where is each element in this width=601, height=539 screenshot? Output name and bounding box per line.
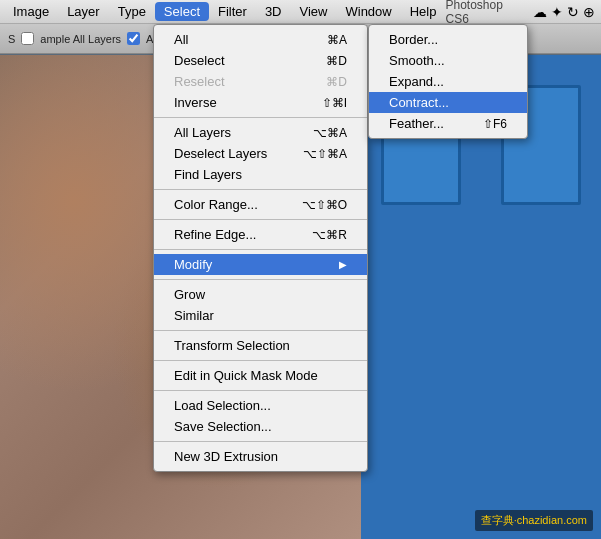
- menu-item-color-range[interactable]: Color Range... ⌥⇧⌘O: [154, 194, 367, 215]
- sample-all-layers-text: ample All Layers: [40, 33, 121, 45]
- menu-item-new-3d-extrusion[interactable]: New 3D Extrusion: [154, 446, 367, 467]
- separator-2: [154, 189, 367, 190]
- submenu-item-feather[interactable]: Feather... ⇧F6: [369, 113, 527, 134]
- menu-type[interactable]: Type: [109, 2, 155, 21]
- submenu-item-feather-label: Feather...: [389, 116, 444, 131]
- menu-item-load-selection[interactable]: Load Selection...: [154, 395, 367, 416]
- menu-window[interactable]: Window: [336, 2, 400, 21]
- menu-item-refine-edge-label: Refine Edge...: [174, 227, 256, 242]
- menu-item-inverse[interactable]: Inverse ⇧⌘I: [154, 92, 367, 113]
- menu-item-grow-label: Grow: [174, 287, 205, 302]
- submenu-item-contract-label: Contract...: [389, 95, 449, 110]
- menu-item-transform-selection-label: Transform Selection: [174, 338, 290, 353]
- auto-enhance-checkbox[interactable]: [127, 32, 140, 45]
- toolbar-sample-label: S: [8, 33, 15, 45]
- menu-item-similar-label: Similar: [174, 308, 214, 323]
- menu-item-modify-label: Modify: [174, 257, 212, 272]
- menu-item-inverse-label: Inverse: [174, 95, 217, 110]
- menu-filter[interactable]: Filter: [209, 2, 256, 21]
- menu-item-deselect[interactable]: Deselect ⌘D: [154, 50, 367, 71]
- menu-3d[interactable]: 3D: [256, 2, 291, 21]
- menu-item-similar[interactable]: Similar: [154, 305, 367, 326]
- menu-item-reselect-label: Reselect: [174, 74, 225, 89]
- menu-item-edit-quick-mask[interactable]: Edit in Quick Mask Mode: [154, 365, 367, 386]
- submenu-item-expand-label: Expand...: [389, 74, 444, 89]
- menu-layer[interactable]: Layer: [58, 2, 109, 21]
- menu-select[interactable]: Select: [155, 2, 209, 21]
- menu-item-deselect-layers-shortcut: ⌥⇧⌘A: [303, 147, 347, 161]
- star-icon: ✦: [551, 4, 563, 20]
- menu-view[interactable]: View: [291, 2, 337, 21]
- submenu-item-contract[interactable]: Contract...: [369, 92, 527, 113]
- menu-item-deselect-shortcut: ⌘D: [326, 54, 347, 68]
- separator-1: [154, 117, 367, 118]
- separator-9: [154, 441, 367, 442]
- menu-item-find-layers-label: Find Layers: [174, 167, 242, 182]
- menu-item-inverse-shortcut: ⇧⌘I: [322, 96, 347, 110]
- menu-image[interactable]: Image: [4, 2, 58, 21]
- separator-7: [154, 360, 367, 361]
- share-icon: ⊕: [583, 4, 595, 20]
- menu-item-grow[interactable]: Grow: [154, 284, 367, 305]
- modify-submenu: Border... Smooth... Expand... Contract..…: [368, 24, 528, 139]
- menu-item-edit-quick-mask-label: Edit in Quick Mask Mode: [174, 368, 318, 383]
- menu-item-reselect-shortcut: ⌘D: [326, 75, 347, 89]
- menu-item-save-selection-label: Save Selection...: [174, 419, 272, 434]
- menu-item-modify[interactable]: Modify ▶: [154, 254, 367, 275]
- cloud-icon: ☁: [533, 4, 547, 20]
- select-menu: All ⌘A Deselect ⌘D Reselect ⌘D Inverse ⇧…: [153, 24, 368, 472]
- separator-5: [154, 279, 367, 280]
- menubar: Image Layer Type Select Filter 3D View W…: [0, 0, 601, 24]
- menu-item-all[interactable]: All ⌘A: [154, 29, 367, 50]
- menu-item-refine-edge-shortcut: ⌥⌘R: [312, 228, 347, 242]
- menu-help[interactable]: Help: [401, 2, 446, 21]
- menu-item-load-selection-label: Load Selection...: [174, 398, 271, 413]
- menu-item-deselect-label: Deselect: [174, 53, 225, 68]
- menu-item-all-layers-label: All Layers: [174, 125, 231, 140]
- menu-item-find-layers[interactable]: Find Layers: [154, 164, 367, 185]
- separator-6: [154, 330, 367, 331]
- menu-item-new-3d-extrusion-label: New 3D Extrusion: [174, 449, 278, 464]
- submenu-arrow-icon: ▶: [339, 259, 347, 270]
- menu-item-save-selection[interactable]: Save Selection...: [154, 416, 367, 437]
- submenu-item-expand[interactable]: Expand...: [369, 71, 527, 92]
- submenu-item-smooth[interactable]: Smooth...: [369, 50, 527, 71]
- menu-item-deselect-layers[interactable]: Deselect Layers ⌥⇧⌘A: [154, 143, 367, 164]
- menu-item-all-shortcut: ⌘A: [327, 33, 347, 47]
- submenu-item-border-label: Border...: [389, 32, 438, 47]
- separator-8: [154, 390, 367, 391]
- sync-icon: ↻: [567, 4, 579, 20]
- menu-item-all-layers[interactable]: All Layers ⌥⌘A: [154, 122, 367, 143]
- separator-4: [154, 249, 367, 250]
- menu-item-refine-edge[interactable]: Refine Edge... ⌥⌘R: [154, 224, 367, 245]
- watermark: 查字典·chazidian.com: [475, 510, 593, 531]
- menu-item-all-layers-shortcut: ⌥⌘A: [313, 126, 347, 140]
- sample-all-layers-checkbox[interactable]: [21, 32, 34, 45]
- menu-item-reselect: Reselect ⌘D: [154, 71, 367, 92]
- menu-item-all-label: All: [174, 32, 188, 47]
- menu-item-color-range-shortcut: ⌥⇧⌘O: [302, 198, 347, 212]
- submenu-item-feather-shortcut: ⇧F6: [483, 117, 507, 131]
- app-title: Photoshop CS6: [445, 0, 523, 26]
- menu-item-transform-selection[interactable]: Transform Selection: [154, 335, 367, 356]
- separator-3: [154, 219, 367, 220]
- menu-item-deselect-layers-label: Deselect Layers: [174, 146, 267, 161]
- menu-item-color-range-label: Color Range...: [174, 197, 258, 212]
- submenu-item-smooth-label: Smooth...: [389, 53, 445, 68]
- submenu-item-border[interactable]: Border...: [369, 29, 527, 50]
